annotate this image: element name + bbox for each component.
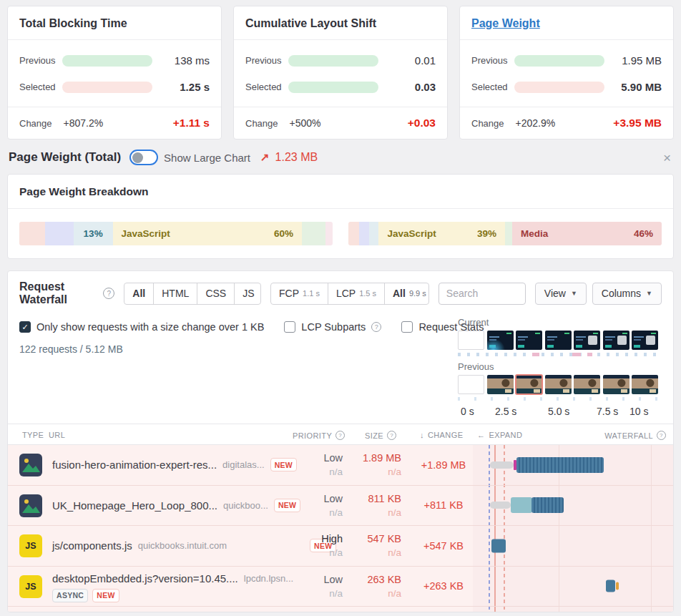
col-header-change[interactable]: ↓ CHANGE (420, 431, 463, 439)
type-filter-group: All HTML CSS JS ▼ (124, 283, 261, 305)
request-domain: digitalas... (222, 459, 265, 470)
checkbox-unchecked-icon[interactable] (401, 321, 413, 333)
filmstrip-frame[interactable] (632, 331, 658, 350)
breakdown-bar-previous: 13%JavaScript60% (19, 222, 333, 245)
request-url[interactable]: desktopEmbedded.js?version=10.45.... (52, 572, 238, 585)
filmstrip-frame[interactable] (603, 331, 629, 350)
size-change-filter-checkbox[interactable]: ✓ Only show requests with a size change … (19, 321, 264, 333)
change-value: +547 KB (413, 526, 474, 566)
filmstrip-frame[interactable] (603, 375, 629, 394)
filter-js[interactable]: JS (235, 283, 261, 304)
change-delta: +1.11 s (173, 117, 210, 129)
previous-bar (62, 55, 152, 67)
filmstrip-frame[interactable] (516, 331, 542, 350)
filmstrip-frame[interactable] (487, 375, 514, 394)
previous-label: Previous (245, 55, 288, 66)
request-waterfall-card: Request Waterfall ? All HTML CSS JS ▼ FC… (7, 270, 674, 612)
change-delta: +0.03 (408, 117, 436, 129)
request-url[interactable]: UK_Homepage_Hero_Loop_800... (52, 499, 217, 512)
filter-all[interactable]: All (124, 283, 154, 304)
col-header-waterfall[interactable]: WATERFALL ? (604, 431, 666, 440)
filmstrip-frame[interactable] (574, 331, 600, 350)
image-file-icon (19, 454, 42, 476)
card-total-blocking-time: Total Blocking Time Previous 138 ms Sele… (7, 6, 222, 140)
collapse-expand-control[interactable]: ← EXPAND (477, 431, 522, 439)
help-icon[interactable]: ? (371, 322, 381, 332)
show-large-chart-toggle[interactable] (129, 150, 158, 165)
filmstrip-frame[interactable] (545, 375, 572, 394)
change-percent: +202.9% (516, 117, 556, 129)
help-icon[interactable]: ? (657, 431, 666, 440)
table-row[interactable]: UK_Homepage_Hero_Loop_800... quickboo...… (8, 486, 673, 527)
previous-value: 138 ms (162, 54, 210, 67)
help-icon[interactable]: ? (387, 431, 396, 440)
priority-previous: n/a (285, 547, 343, 558)
help-icon[interactable]: ? (335, 431, 345, 440)
page-weight-link[interactable]: Page Weight (460, 6, 673, 40)
previous-value: 0.01 (388, 54, 436, 67)
request-url[interactable]: js/components.js (52, 539, 132, 552)
priority-value: Low (323, 574, 343, 585)
card-title: Cumulative Layout Shift (234, 6, 447, 40)
checkbox-checked-icon[interactable]: ✓ (19, 321, 31, 333)
filmstrip-frame[interactable] (487, 331, 514, 350)
size-previous: n/a (350, 588, 401, 599)
time-filter-group: FCP 1.1 s LCP 1.5 s All 9.9 s ▼ (270, 283, 429, 305)
filmstrip-frame-highlighted[interactable] (516, 375, 542, 394)
selected-value: 5.90 MB (614, 81, 662, 93)
priority-previous: n/a (285, 588, 343, 599)
size-previous: n/a (350, 547, 401, 558)
view-button[interactable]: View ▼ (535, 283, 587, 305)
filter-lcp[interactable]: LCP 1.5 s (328, 283, 385, 304)
javascript-file-icon: JS (19, 575, 42, 598)
toggle-label: Show Large Chart (164, 152, 250, 164)
arrow-left-icon: ← (477, 431, 485, 439)
filter-css[interactable]: CSS (197, 283, 235, 304)
filmstrip-frame[interactable] (545, 331, 572, 350)
filmstrip-frame[interactable] (458, 331, 484, 350)
search-input[interactable] (439, 283, 526, 305)
columns-button[interactable]: Columns ▼ (592, 283, 662, 305)
waterfall-bar-segment (491, 539, 506, 552)
filmstrip-frame[interactable] (574, 375, 600, 394)
selected-label: Selected (19, 82, 62, 92)
breakdown-segment (505, 222, 512, 245)
table-row[interactable]: fusion-hero-animation-expert-res... digi… (8, 445, 673, 486)
filmstrip-time-axis: 0 s 2.5 s 5.0 s 7.5 s 10 s (458, 406, 659, 419)
change-label: Change (19, 118, 52, 129)
filmstrip-frame[interactable] (458, 375, 484, 394)
col-header-priority[interactable]: PRIORITY ? (293, 431, 345, 440)
filter-fcp[interactable]: FCP 1.1 s (271, 283, 328, 304)
checkbox-unchecked-icon[interactable] (284, 321, 295, 333)
priority-value: High (321, 533, 343, 544)
filter-all-time[interactable]: All 9.9 s (385, 283, 429, 304)
breakdown-bar-current: JavaScript39%Media46% (348, 222, 662, 245)
waterfall-bar-segment (516, 457, 604, 473)
filmstrip-frame[interactable] (632, 375, 658, 394)
lcp-subparts-checkbox[interactable]: LCP Subparts ? (284, 321, 381, 333)
change-value: +263 KB (413, 567, 474, 607)
waterfall-bar-segment (616, 582, 619, 590)
filter-html[interactable]: HTML (154, 283, 197, 304)
breakdown-segment (369, 222, 378, 245)
waterfall-title: Request Waterfall (19, 280, 98, 306)
page-weight-total-value: 1.23 MB (275, 151, 318, 164)
table-row[interactable]: JS js/components.js quickbooks.intuit.co… (8, 526, 673, 567)
selected-metric-row: Selected 1.25 s (19, 74, 210, 100)
previous-label: Previous (471, 55, 514, 66)
breakdown-segment: Media46% (512, 222, 662, 245)
request-url[interactable]: fusion-hero-animation-expert-res... (52, 459, 217, 471)
previous-metric-row: Previous 138 ms (19, 47, 210, 74)
col-header-size[interactable]: SIZE ? (365, 431, 396, 440)
help-icon[interactable]: ? (103, 288, 114, 299)
selected-value: 1.25 s (162, 81, 210, 93)
sort-desc-icon: ↓ (420, 431, 424, 439)
breakdown-segment (348, 222, 359, 245)
priority-previous: n/a (285, 507, 343, 518)
card-cumulative-layout-shift: Cumulative Layout Shift Previous 0.01 Se… (233, 6, 448, 140)
size-previous: n/a (350, 466, 401, 477)
size-value: 547 KB (367, 533, 401, 544)
close-icon[interactable]: × (663, 151, 671, 165)
priority-previous: n/a (285, 466, 343, 477)
table-row[interactable]: JS desktopEmbedded.js?version=10.45.... … (8, 567, 673, 607)
